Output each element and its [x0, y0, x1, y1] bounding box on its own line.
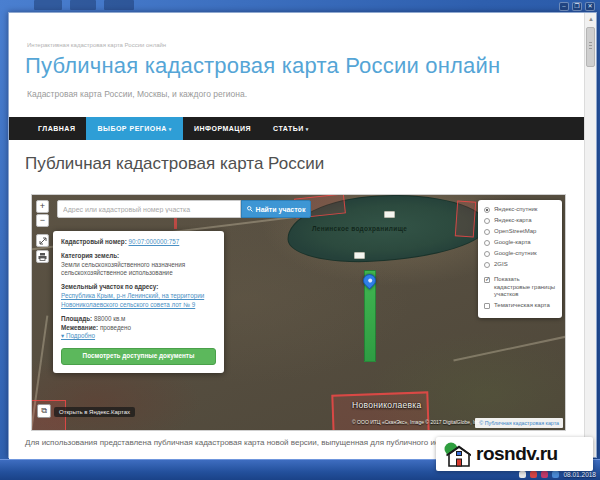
- layer-label: Google-спутник: [494, 250, 537, 258]
- house-tree-logo-icon: [443, 441, 471, 467]
- main-navigation: ГЛАВНАЯ ВЫБОР РЕГИОНА▾ ИНФОРМАЦИЯ СТАТЬИ…: [9, 117, 586, 140]
- overlay-cadastral-borders[interactable]: Показать кадастровые границы участков: [484, 276, 556, 299]
- browser-window: Интерактивная кадастровая карта России о…: [8, 12, 597, 458]
- tray-icon[interactable]: [541, 471, 548, 478]
- minimize-button[interactable]: –: [559, 2, 569, 11]
- cadastral-number-link[interactable]: 90:07:000000:757: [129, 238, 180, 245]
- browser-scrollbar[interactable]: ▲: [584, 13, 596, 457]
- web-page: Интерактивная кадастровая карта России о…: [9, 13, 586, 459]
- land-category-value: Земли сельскохозяйственного назначения с…: [61, 261, 216, 279]
- chevron-down-icon: ▾: [306, 126, 309, 132]
- cadastral-number-label: Кадастровый номер:: [61, 238, 127, 245]
- site-subtitle: Кадастровая карта России, Москвы, и кажд…: [27, 89, 247, 99]
- background-window-fragment: [104, 0, 134, 10]
- route-badge: [384, 211, 395, 218]
- nav-label: ВЫБОР РЕГИОНА: [97, 125, 166, 132]
- print-icon[interactable]: [36, 250, 49, 263]
- scroll-up-arrow-icon[interactable]: ▲: [586, 14, 596, 24]
- layer-option-2gis[interactable]: 2GIS: [484, 261, 556, 269]
- taskbar-date: 08.01.2018: [563, 471, 596, 478]
- land-category-label: Категория земель:: [61, 252, 119, 259]
- maximize-button[interactable]: ❐: [572, 2, 582, 11]
- area-value: 88000 кв.м: [94, 315, 125, 322]
- radio-icon: [484, 218, 490, 224]
- watermark-text: rosndv.ru: [476, 443, 558, 465]
- radio-icon: [484, 251, 490, 257]
- nav-item-information[interactable]: ИНФОРМАЦИЯ: [183, 117, 262, 140]
- layer-option-google-satellite[interactable]: Google-спутник: [484, 250, 556, 258]
- tray-icon[interactable]: [519, 471, 526, 478]
- radio-icon: [484, 262, 490, 268]
- nav-label: ИНФОРМАЦИЯ: [194, 125, 251, 132]
- rosndv-watermark: rosndv.ru: [436, 437, 593, 471]
- open-in-yandex-label: Открыть в Яндекс.Картах: [54, 407, 135, 417]
- nav-item-home[interactable]: ГЛАВНАЯ: [27, 117, 86, 140]
- search-icon: [247, 206, 253, 212]
- nav-label: ГЛАВНАЯ: [38, 125, 75, 132]
- nav-item-region-select[interactable]: ВЫБОР РЕГИОНА▾: [86, 117, 182, 140]
- overlay-label: Показать кадастровые границы участков: [494, 276, 556, 299]
- layer-selector-panel: Яндекс-спутник Яндекс-карта OpenStreetMa…: [478, 200, 562, 318]
- survey-value: проведено: [100, 324, 131, 331]
- pkk-copyright-link[interactable]: © Публичная кадастровая карта: [475, 418, 563, 428]
- overlay-label: Тематическая карта: [494, 302, 550, 310]
- layer-option-google-map[interactable]: Google-карта: [484, 239, 556, 247]
- area-label: Площадь:: [61, 315, 92, 322]
- window-controls: – ❐ ✕: [559, 2, 595, 11]
- layer-option-yandex-satellite[interactable]: Яндекс-спутник: [484, 206, 556, 214]
- layer-option-yandex-map[interactable]: Яндекс-карта: [484, 217, 556, 225]
- chevron-down-icon: ▾: [169, 126, 172, 132]
- layer-label: 2GIS: [494, 261, 508, 269]
- site-title: Публичная кадастровая карта России онлай…: [25, 53, 500, 79]
- radio-icon: [484, 207, 490, 213]
- desktop-background: – ❐ ✕ Интерактивная кадастровая карта Ро…: [0, 0, 600, 480]
- checkbox-icon: [484, 303, 490, 309]
- view-documents-button[interactable]: Посмотреть доступные документы: [61, 348, 216, 365]
- map-attribution: © ООО ИТЦ «СканЭкс», Image © 2017 Digita…: [352, 419, 481, 425]
- address-link[interactable]: Республика Крым, р-н Ленинский, на терри…: [61, 292, 204, 308]
- route-badge: [354, 252, 365, 259]
- scrollbar-thumb[interactable]: [586, 27, 595, 67]
- background-window-fragment: [70, 0, 96, 10]
- address-label: Земельный участок по адресу:: [61, 283, 158, 290]
- cadastral-map[interactable]: Ленинское водохранилище Новониколаевка +…: [31, 194, 566, 431]
- section-title: Публичная кадастровая карта России: [25, 154, 324, 174]
- survey-label: Межевание:: [61, 324, 98, 331]
- parcel-info-popup: Кадастровый номер: 90:07:000000:757 Кате…: [53, 231, 224, 373]
- search-button[interactable]: Найти участок: [241, 200, 311, 218]
- nav-label: СТАТЬИ: [273, 125, 304, 132]
- fullscreen-icon[interactable]: [36, 234, 49, 247]
- zoom-in-button[interactable]: +: [36, 200, 49, 213]
- close-button[interactable]: ✕: [585, 2, 595, 11]
- cadastral-boundary: [331, 391, 429, 431]
- reservoir-label: Ленинское водохранилище: [312, 225, 407, 232]
- open-in-yandex-icon[interactable]: ⧉: [37, 404, 51, 418]
- layer-label: Яндекс-спутник: [494, 206, 537, 214]
- zoom-out-button[interactable]: −: [36, 214, 49, 227]
- cadastral-boundary: [455, 200, 476, 237]
- nav-item-articles[interactable]: СТАТЬИ▾: [262, 117, 320, 140]
- tray-icon[interactable]: [530, 471, 537, 478]
- search-button-label: Найти участок: [256, 206, 306, 213]
- system-tray: 08.01.2018: [519, 471, 596, 478]
- layer-label: Google-карта: [494, 239, 531, 247]
- search-input[interactable]: [57, 200, 241, 218]
- checkbox-icon: [484, 277, 490, 283]
- layer-option-openstreetmap[interactable]: OpenStreetMap: [484, 228, 556, 236]
- radio-icon: [484, 240, 490, 246]
- overlay-thematic-map[interactable]: Тематическая карта: [484, 302, 556, 310]
- layer-label: OpenStreetMap: [494, 228, 536, 236]
- map-road: [453, 330, 566, 361]
- layer-label: Яндекс-карта: [494, 217, 532, 225]
- background-window-fragment: [34, 0, 62, 10]
- radio-icon: [484, 229, 490, 235]
- site-tagline: Интерактивная кадастровая карта России о…: [27, 42, 166, 48]
- details-link[interactable]: ▾ Подробно: [61, 332, 95, 339]
- place-label: Новониколаевка: [352, 400, 422, 410]
- tray-icon[interactable]: [552, 471, 559, 478]
